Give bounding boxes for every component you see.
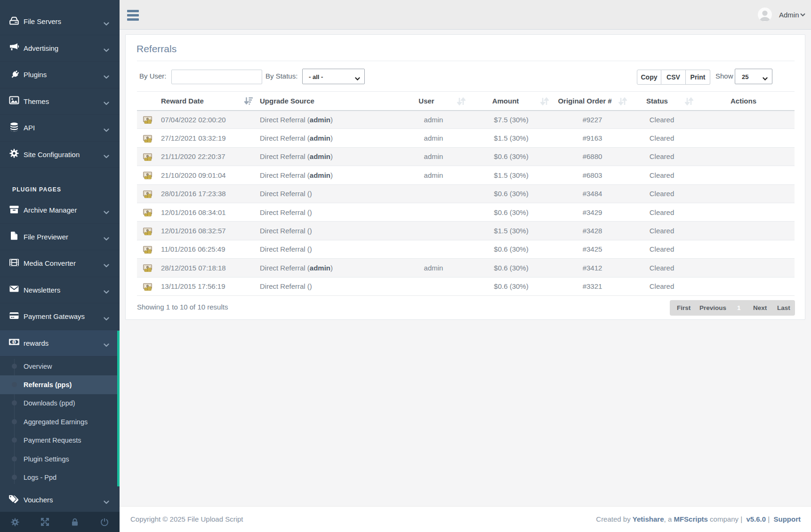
svg-text:1: 1 bbox=[13, 340, 15, 344]
